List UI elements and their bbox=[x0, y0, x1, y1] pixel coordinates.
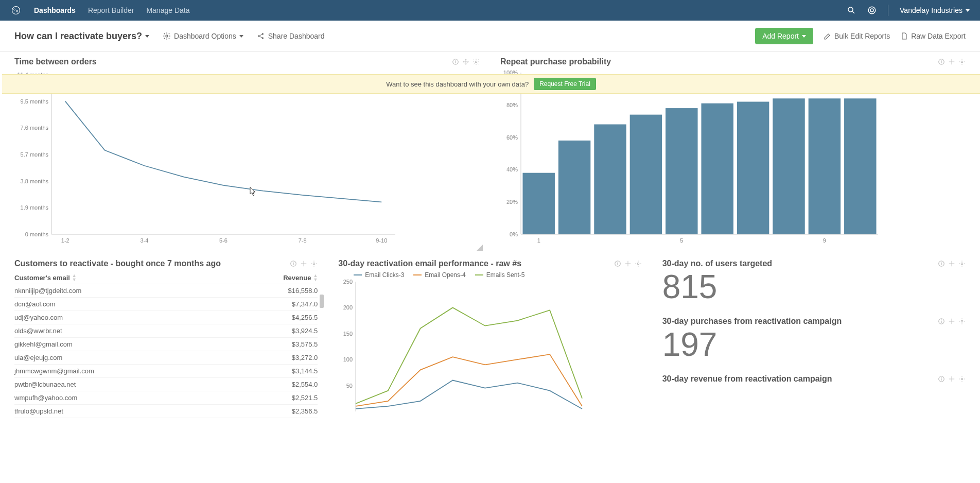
table-row[interactable]: olds@wwrbr.net$3,924.5 bbox=[14, 324, 318, 338]
info-icon[interactable] bbox=[290, 260, 297, 267]
svg-point-64 bbox=[637, 263, 639, 265]
app-logo-icon[interactable] bbox=[10, 5, 22, 16]
svg-point-9 bbox=[261, 33, 263, 34]
svg-text:200: 200 bbox=[343, 304, 353, 310]
svg-text:5-6: 5-6 bbox=[219, 237, 227, 244]
svg-rect-46 bbox=[594, 124, 626, 234]
svg-text:5: 5 bbox=[680, 237, 683, 244]
cell-revenue: $2,356.5 bbox=[292, 407, 318, 415]
info-icon[interactable] bbox=[452, 58, 459, 65]
raw-data-export-link[interactable]: Raw Data Export bbox=[900, 32, 966, 40]
table-row[interactable]: nknniijlp@tjgdeitd.com$16,558.0 bbox=[14, 284, 318, 298]
legend-item-clicks[interactable]: Email Clicks-3 bbox=[354, 271, 404, 279]
widget-action-icons bbox=[452, 58, 480, 65]
legend-label: Email Clicks-3 bbox=[365, 271, 404, 279]
svg-text:100: 100 bbox=[343, 356, 353, 363]
svg-rect-44 bbox=[522, 173, 554, 234]
move-icon[interactable] bbox=[300, 260, 307, 267]
gear-icon[interactable] bbox=[310, 260, 318, 267]
scrollbar-thumb[interactable] bbox=[320, 295, 324, 308]
svg-point-59 bbox=[293, 262, 294, 263]
svg-rect-45 bbox=[558, 141, 590, 234]
move-icon[interactable] bbox=[624, 260, 632, 267]
svg-point-82 bbox=[961, 378, 963, 380]
gear-icon[interactable] bbox=[958, 375, 966, 383]
svg-text:20%: 20% bbox=[506, 199, 518, 205]
gear-icon[interactable] bbox=[958, 58, 966, 65]
dashboard-row-2: Customers to reactivate - bought once 7 … bbox=[14, 259, 966, 418]
table-row[interactable]: wmpufh@yahoo.com$2,521.5 bbox=[14, 391, 318, 405]
table-row[interactable]: tfrulo@upsld.net$2,356.5 bbox=[14, 405, 318, 418]
kpi-title: 30-day revenue from reactivation campaig… bbox=[662, 374, 966, 384]
info-icon[interactable] bbox=[614, 260, 621, 267]
column-header-email[interactable]: Customer's email ▲▼ bbox=[14, 273, 77, 282]
kpi-users-targeted: 30-day no. of users targeted 815 bbox=[662, 259, 966, 303]
sort-icon: ▲▼ bbox=[313, 273, 318, 282]
svg-text:150: 150 bbox=[343, 331, 353, 337]
nav-divider bbox=[888, 5, 888, 16]
widget-title: Customers to reactivate - bought once 7 … bbox=[14, 259, 221, 268]
cell-revenue: $3,272.0 bbox=[292, 354, 318, 361]
svg-text:0 months: 0 months bbox=[25, 231, 49, 237]
move-icon[interactable] bbox=[948, 318, 955, 325]
widget-header: Customers to reactivate - bought once 7 … bbox=[14, 259, 318, 268]
svg-rect-49 bbox=[701, 104, 733, 234]
svg-text:1-2: 1-2 bbox=[61, 237, 69, 244]
widget-action-icons bbox=[938, 318, 966, 325]
dashboard-title-dropdown[interactable]: How can I reactivate buyers? bbox=[14, 31, 149, 42]
svg-text:7-8: 7-8 bbox=[299, 237, 307, 244]
add-report-button[interactable]: Add Report bbox=[755, 28, 813, 44]
dashboard-options-dropdown[interactable]: Dashboard Options bbox=[163, 32, 243, 40]
svg-point-1 bbox=[14, 9, 15, 10]
info-icon[interactable] bbox=[938, 260, 945, 267]
svg-text:7.6 months: 7.6 months bbox=[21, 125, 49, 131]
move-icon[interactable] bbox=[462, 58, 469, 65]
gear-icon[interactable] bbox=[635, 260, 642, 267]
table-row[interactable]: ula@ejeujg.com$3,272.0 bbox=[14, 351, 318, 365]
info-icon[interactable] bbox=[938, 58, 945, 65]
svg-point-35 bbox=[961, 61, 963, 63]
bulk-edit-reports-link[interactable]: Bulk Edit Reports bbox=[824, 32, 890, 40]
gear-icon[interactable] bbox=[958, 318, 966, 325]
widget-header: 30-day reactivation email performance - … bbox=[338, 259, 641, 268]
table-row[interactable]: gikkehl@gmail.com$3,575.5 bbox=[14, 338, 318, 351]
cell-email: ula@ejeujg.com bbox=[14, 354, 62, 361]
legend-item-sent[interactable]: Emails Sent-5 bbox=[475, 271, 525, 279]
move-icon[interactable] bbox=[948, 260, 955, 267]
info-icon[interactable] bbox=[938, 318, 945, 325]
company-dropdown[interactable]: Vandelay Industries bbox=[900, 6, 970, 14]
share-label: Share Dashboard bbox=[268, 32, 325, 40]
share-dashboard-button[interactable]: Share Dashboard bbox=[257, 32, 325, 40]
info-icon[interactable] bbox=[938, 375, 945, 383]
table-row[interactable]: udj@yahoo.com$4,256.5 bbox=[14, 311, 318, 324]
svg-rect-52 bbox=[809, 98, 841, 234]
svg-text:50: 50 bbox=[346, 383, 353, 389]
chart-legend: Email Clicks-3 Email Opens-4 Emails Sent… bbox=[338, 271, 641, 279]
chevron-down-icon bbox=[239, 35, 243, 38]
cell-revenue: $3,924.5 bbox=[292, 327, 318, 335]
legend-label: Emails Sent-5 bbox=[486, 271, 525, 279]
svg-text:40%: 40% bbox=[506, 166, 518, 173]
gear-icon[interactable] bbox=[958, 260, 966, 267]
nav-manage-data[interactable]: Manage Data bbox=[146, 6, 189, 14]
column-header-revenue[interactable]: Revenue ▲▼ bbox=[283, 273, 318, 282]
cell-email: nknniijlp@tjgdeitd.com bbox=[14, 287, 81, 295]
resize-handle[interactable] bbox=[477, 245, 483, 251]
cell-email: jhmmcwgwnm@gmail.com bbox=[14, 367, 94, 375]
table-row[interactable]: jhmmcwgwnm@gmail.com$3,144.5 bbox=[14, 365, 318, 378]
legend-item-opens[interactable]: Email Opens-4 bbox=[413, 271, 465, 279]
move-icon[interactable] bbox=[948, 58, 955, 65]
nav-report-builder[interactable]: Report Builder bbox=[88, 6, 134, 14]
request-trial-button[interactable]: Request Free Trial bbox=[534, 78, 596, 90]
legend-label: Email Opens-4 bbox=[425, 271, 465, 279]
svg-point-6 bbox=[870, 9, 873, 12]
table-row[interactable]: dcn@aol.com$7,347.0 bbox=[14, 298, 318, 311]
chart-line: 0 months1.9 months3.8 months5.7 months7.… bbox=[14, 70, 480, 250]
table-row[interactable]: pwtbr@lcbunaea.net$2,554.0 bbox=[14, 378, 318, 391]
search-icon[interactable] bbox=[847, 6, 856, 15]
move-icon[interactable] bbox=[948, 375, 955, 383]
cell-email: udj@yahoo.com bbox=[14, 314, 63, 321]
gear-icon[interactable] bbox=[472, 58, 480, 65]
help-icon[interactable] bbox=[867, 6, 877, 15]
nav-dashboards[interactable]: Dashboards bbox=[34, 6, 76, 14]
